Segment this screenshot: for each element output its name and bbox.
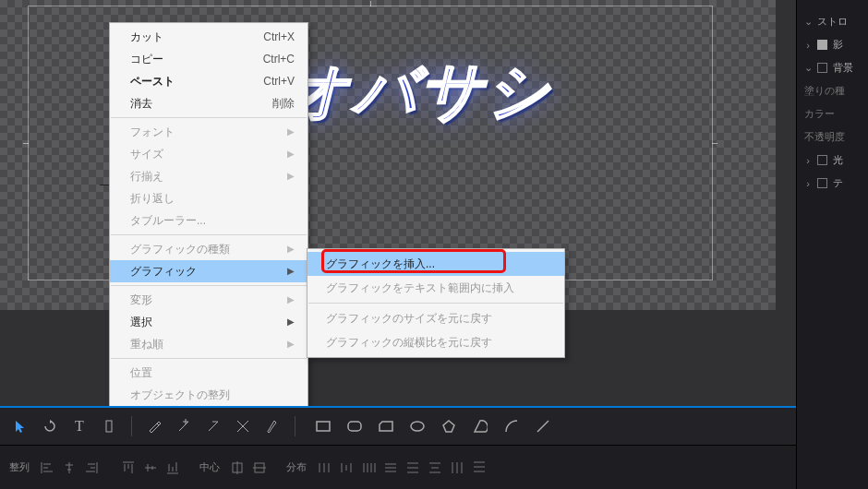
submenu-item-0[interactable]: グラフィックを挿入... [307, 252, 564, 276]
svg-rect-2 [348, 422, 361, 431]
delete-anchor-tool[interactable] [202, 415, 224, 437]
dist-5-icon[interactable] [404, 459, 421, 476]
add-anchor-tool[interactable] [173, 415, 195, 437]
menu-item-label: 折り返し [130, 190, 175, 207]
menu-separator [111, 358, 307, 359]
title-text-layer[interactable]: オバサシ [286, 50, 552, 134]
menu-item-label: 選択 [130, 314, 152, 330]
menu-item-7: 行揃え▶ [110, 165, 307, 187]
other-label: テ [833, 176, 843, 190]
align-bottom-icon[interactable] [164, 459, 181, 476]
submenu-arrow-icon: ▶ [287, 292, 295, 308]
dist-2-icon[interactable] [338, 459, 355, 476]
dist-8-icon[interactable] [471, 459, 488, 476]
menu-item-15[interactable]: 選択▶ [110, 311, 307, 333]
center-label: 中心 [199, 460, 220, 474]
dist-1-icon[interactable] [316, 459, 332, 476]
menu-item-19: オブジェクトの整列 [110, 384, 307, 406]
align-left-icon[interactable] [39, 459, 55, 476]
align-top-icon[interactable] [120, 459, 137, 476]
menu-item-label: サイズ [130, 146, 163, 162]
menu-separator [111, 285, 307, 286]
submenu-arrow-icon: ▶ [287, 263, 295, 280]
dist-6-icon[interactable] [427, 459, 443, 476]
opacity-label: 不透明度 [804, 130, 845, 144]
menu-item-label: グラフィックの縦横比を元に戻す [326, 334, 492, 351]
menu-item-label: ペースト [130, 73, 175, 89]
convert-point-tool[interactable] [232, 415, 254, 437]
menu-item-label: グラフィックのサイズを元に戻す [326, 310, 492, 327]
submenu-arrow-icon: ▶ [287, 146, 295, 162]
fill-type-label: 塗りの種 [804, 84, 845, 98]
svg-point-3 [411, 422, 424, 431]
ellipse-tool[interactable] [406, 415, 428, 437]
menu-item-0[interactable]: カットCtrl+X [110, 26, 307, 48]
properties-panel: ⌄ストロ ›影 ⌄背景 塗りの種 カラー 不透明度 ›光 ›テ [796, 0, 868, 406]
menu-item-1[interactable]: コピーCtrl+C [110, 48, 307, 70]
menu-item-11: グラフィックの種類▶ [110, 238, 307, 260]
stroke-label: ストロ [817, 15, 848, 29]
align-hcenter-icon[interactable] [61, 459, 78, 476]
shadow-toggle[interactable] [817, 40, 827, 50]
menu-item-18: 位置 [110, 362, 307, 384]
menu-item-label: 位置 [130, 364, 152, 381]
menu-item-label: フォント [130, 124, 175, 140]
selection-tool[interactable] [9, 415, 31, 437]
align-right-icon[interactable] [83, 459, 100, 476]
menu-item-label: オブジェクトの整列 [130, 387, 230, 403]
submenu-item-4: グラフィックの縦横比を元に戻す [307, 330, 564, 354]
menu-item-2[interactable]: ペーストCtrl+V [110, 70, 307, 92]
dist-4-icon[interactable] [382, 459, 399, 476]
submenu-arrow-icon: ▶ [287, 241, 295, 257]
menu-item-label: タブルーラー... [130, 212, 206, 229]
menu-item-label: グラフィックをテキスト範囲内に挿入 [326, 280, 514, 296]
light-label: 光 [833, 153, 843, 167]
menu-item-14: 変形▶ [110, 289, 307, 311]
menu-item-label: グラフィック [130, 263, 197, 280]
menu-item-label: コピー [130, 51, 163, 67]
context-menu[interactable]: カットCtrl+XコピーCtrl+CペーストCtrl+V消去削除フォント▶サイズ… [109, 22, 308, 460]
background-toggle[interactable] [817, 63, 827, 73]
menu-separator [111, 234, 307, 235]
rectangle-tool[interactable] [312, 415, 334, 437]
menu-item-label: グラフィックの種類 [130, 241, 230, 257]
bottom-right-panel [796, 406, 868, 489]
cut-rect-tool[interactable] [375, 415, 397, 437]
menu-item-label: グラフィックを挿入... [326, 256, 435, 272]
align-vcenter-icon[interactable] [142, 459, 159, 476]
arc-tool[interactable] [500, 415, 523, 437]
toolbar: T [0, 406, 796, 445]
rounded-rect-tool[interactable] [344, 415, 366, 437]
menu-separator [308, 303, 563, 304]
vertical-text-tool[interactable] [98, 415, 120, 437]
center-h-icon[interactable] [229, 459, 246, 476]
distribute-label: 分布 [286, 460, 307, 474]
rotate-tool[interactable] [39, 415, 61, 437]
other-toggle[interactable] [817, 178, 827, 188]
wedge-tool[interactable] [469, 415, 491, 437]
menu-item-3[interactable]: 消去削除 [110, 92, 307, 114]
menu-item-label: 変形 [130, 292, 152, 308]
menu-item-12[interactable]: グラフィック▶ [110, 260, 307, 282]
brush-tool[interactable] [261, 415, 283, 437]
text-tool[interactable]: T [68, 415, 90, 437]
line-tool[interactable] [532, 415, 554, 437]
dist-7-icon[interactable] [449, 459, 465, 476]
background-label: 背景 [833, 61, 853, 75]
polygon-tool[interactable] [438, 415, 460, 437]
menu-item-label: カット [130, 29, 163, 45]
light-toggle[interactable] [817, 155, 827, 165]
center-v-icon[interactable] [251, 459, 268, 476]
menu-item-label: 行揃え [130, 168, 163, 185]
menu-shortcut: Ctrl+V [263, 73, 295, 89]
dist-3-icon[interactable] [360, 459, 377, 476]
menu-item-label: 重ね順 [130, 336, 163, 352]
submenu-item-3: グラフィックのサイズを元に戻す [307, 306, 564, 330]
submenu-arrow-icon: ▶ [287, 124, 295, 140]
menu-separator [111, 117, 307, 118]
pen-tool[interactable] [143, 415, 165, 437]
menu-item-label: 消去 [130, 95, 152, 112]
graphic-submenu[interactable]: グラフィックを挿入...グラフィックをテキスト範囲内に挿入グラフィックのサイズを… [307, 248, 565, 358]
menu-item-6: サイズ▶ [110, 143, 307, 165]
menu-shortcut: Ctrl+C [263, 51, 295, 67]
